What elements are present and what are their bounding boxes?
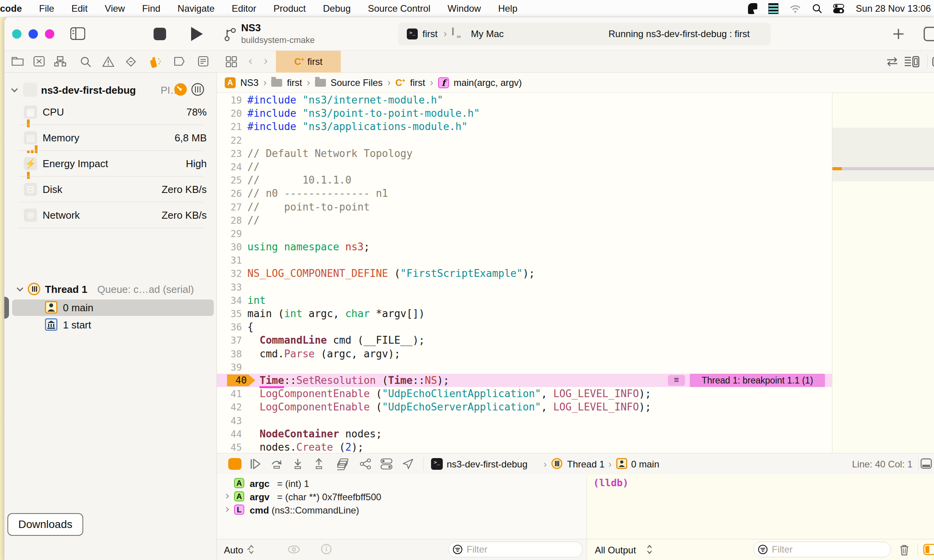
menu-item-find[interactable]: Find	[142, 3, 161, 14]
test-navigator-icon[interactable]	[125, 56, 137, 68]
related-items-swap-icon[interactable]	[886, 57, 899, 67]
variable-row-argc[interactable]: A argc = (int) 1	[217, 477, 584, 490]
step-over-button[interactable]	[271, 458, 283, 470]
stack-frame-row[interactable]: 1 start	[4, 316, 217, 334]
source-editor[interactable]: 19#include "ns3/internet-module.h"20#inc…	[217, 93, 934, 453]
show-variables-pane-button[interactable]	[923, 544, 934, 555]
editor-layout-icon[interactable]	[923, 27, 934, 41]
project-title[interactable]: NS3	[241, 22, 261, 34]
minimap-pane[interactable]	[832, 93, 934, 453]
line-number[interactable]: 37	[217, 334, 247, 347]
forward-button[interactable]: ›	[264, 54, 268, 67]
variable-row-argv[interactable]: A argv = (char **) 0x7ffeefbff500	[217, 490, 584, 504]
back-button[interactable]: ‹	[249, 54, 252, 67]
thread-stopped-tag[interactable]: Thread 1: breakpoint 1.1 (1)	[690, 374, 825, 387]
line-number[interactable]: 43	[217, 414, 247, 428]
line-number[interactable]: 30	[217, 241, 247, 254]
traffic-light-zoom[interactable]	[45, 29, 54, 39]
variables-scope-popup[interactable]: Auto ⌃	[224, 545, 251, 556]
gauge-row-cpu[interactable]: ▦ CPU 78%	[4, 99, 217, 125]
crumb-process[interactable]: ns3-dev-first-debug	[447, 459, 528, 470]
trash-icon[interactable]	[899, 544, 910, 556]
environment-overrides-button[interactable]	[380, 458, 393, 470]
threads-view-icon[interactable]	[191, 83, 204, 96]
menu-item-help[interactable]: Help	[498, 3, 517, 14]
notch-app-icon[interactable]	[748, 3, 757, 14]
traffic-light-close[interactable]	[12, 29, 21, 39]
tab-overview-icon[interactable]	[225, 56, 237, 68]
toggle-sidebar-icon[interactable]	[70, 27, 85, 41]
line-number[interactable]: 23	[217, 147, 247, 161]
jumpbar-folder2[interactable]: Source Files	[331, 77, 383, 88]
stack-frame-row[interactable]: 0 main	[4, 299, 217, 316]
gauge-row-energy-impact[interactable]: ⚡ Energy Impact High	[4, 151, 217, 177]
run-button[interactable]	[191, 27, 203, 41]
downloads-button[interactable]: Downloads	[7, 513, 83, 536]
stop-button[interactable]	[154, 28, 166, 40]
line-number[interactable]: 24	[217, 161, 247, 174]
keyboard-layout-icon[interactable]	[768, 3, 778, 14]
line-number[interactable]: 44	[217, 428, 247, 441]
line-number[interactable]: 41	[217, 387, 247, 401]
traffic-light-minimize[interactable]	[29, 29, 38, 39]
disclosure-chevron-icon[interactable]	[17, 285, 23, 292]
simulate-location-button[interactable]	[402, 458, 414, 470]
gauge-row-memory[interactable]: ▤ Memory 6,8 MB	[4, 125, 217, 151]
project-navigator-icon[interactable]	[11, 56, 24, 67]
view-hierarchy-button[interactable]	[337, 458, 351, 471]
menu-item-navigate[interactable]: Navigate	[177, 3, 215, 14]
line-number[interactable]: 22	[217, 134, 247, 147]
crumb-thread[interactable]: Thread 1	[567, 459, 605, 470]
control-center-icon[interactable]	[833, 4, 845, 14]
menu-clock[interactable]: Sun 28 Nov 13:06	[856, 3, 931, 14]
line-number[interactable]: 38	[217, 348, 247, 361]
gauge-row-network[interactable]: ⊛ Network Zero KB/s	[4, 202, 217, 228]
source-control-navigator-icon[interactable]	[33, 56, 45, 67]
gauge-icon[interactable]	[174, 83, 187, 96]
line-number[interactable]: 42	[217, 401, 247, 414]
scheme-name[interactable]: first	[422, 29, 438, 39]
variables-view[interactable]: A argc = (int) 1 A argv = (char **) 0x7f…	[217, 477, 584, 517]
line-number[interactable]: 26	[217, 187, 247, 200]
disclosure-chevron-icon[interactable]	[224, 494, 229, 499]
drag-handle[interactable]	[4, 297, 9, 319]
report-navigator-icon[interactable]	[198, 56, 209, 67]
line-number[interactable]: 27	[217, 201, 247, 214]
variables-filter-field[interactable]: Filter	[448, 542, 583, 557]
line-number[interactable]: 25	[217, 174, 247, 187]
debug-area-toggle-icon[interactable]	[920, 458, 932, 469]
line-number[interactable]: 21	[217, 120, 247, 134]
wifi-icon[interactable]	[789, 4, 801, 13]
jumpbar-file[interactable]: first	[410, 77, 425, 88]
jumpbar-folder1[interactable]: first	[287, 77, 302, 88]
scheme-status-pill[interactable]: >_ first › My Mac Running ns3-dev-first-…	[398, 23, 771, 45]
symbol-navigator-icon[interactable]	[54, 56, 66, 67]
menu-item-file[interactable]: File	[39, 3, 54, 14]
menu-item-editor[interactable]: Editor	[232, 3, 256, 14]
line-number[interactable]: 34	[217, 294, 247, 307]
menu-item-debug[interactable]: Debug	[323, 3, 351, 14]
destination-name[interactable]: My Mac	[471, 29, 504, 39]
jumpbar-symbol[interactable]: main(argc, argv)	[454, 77, 522, 88]
menu-item-view[interactable]: View	[105, 3, 125, 14]
step-into-button[interactable]	[292, 458, 304, 470]
menu-item-source-control[interactable]: Source Control	[368, 3, 430, 14]
thread-row[interactable]: Thread 1 Queue: c…ad (serial)	[4, 281, 217, 298]
spotlight-icon[interactable]	[812, 4, 822, 14]
menu-item-edit[interactable]: Edit	[72, 3, 88, 14]
process-row[interactable]: ns3-dev-first-debug PI…	[4, 82, 217, 99]
menu-app-xcode[interactable]: Xcode	[0, 3, 22, 14]
memory-graph-button[interactable]	[359, 458, 372, 470]
variable-row-cmd[interactable]: L cmd (ns3::CommandLine)	[217, 504, 584, 517]
line-number[interactable]: 31	[217, 254, 247, 267]
add-split-icon[interactable]	[932, 57, 934, 67]
crumb-frame[interactable]: 0 main	[631, 459, 659, 470]
breakpoint-navigator-icon[interactable]	[173, 56, 186, 67]
line-number[interactable]: 39	[217, 361, 247, 374]
console-filter-field[interactable]: Filter	[753, 542, 891, 557]
line-number[interactable]: 32	[217, 267, 247, 280]
issue-navigator-icon[interactable]	[102, 56, 115, 68]
find-navigator-icon[interactable]	[80, 56, 91, 68]
line-number[interactable]: 36	[217, 321, 247, 334]
tab-first[interactable]: C+ first	[276, 51, 341, 73]
